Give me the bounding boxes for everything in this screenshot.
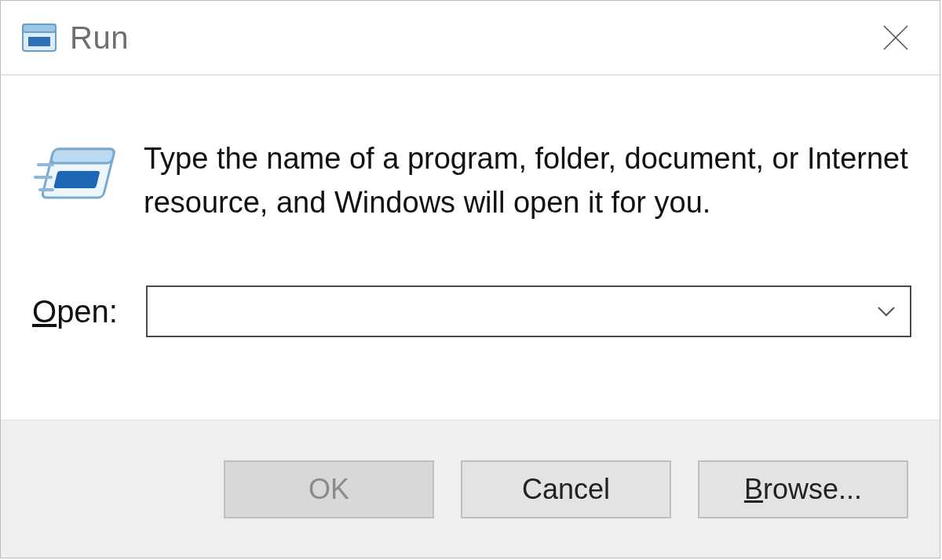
open-label: Open: <box>32 294 118 329</box>
run-dialog: Run <box>0 0 940 558</box>
ok-button-label: OK <box>309 473 349 506</box>
open-combobox[interactable] <box>146 285 911 337</box>
open-row: Open: <box>32 285 911 337</box>
title-bar: Run <box>1 1 940 75</box>
open-input[interactable] <box>148 287 863 336</box>
browse-button[interactable]: Browse... <box>698 460 908 518</box>
browse-button-label: Browse... <box>744 473 862 506</box>
description-text: Type the name of a program, folder, docu… <box>144 136 911 224</box>
open-label-accel: O <box>32 294 57 329</box>
cancel-button[interactable]: Cancel <box>461 460 671 518</box>
close-button[interactable] <box>872 14 919 61</box>
run-program-icon <box>32 141 117 212</box>
run-dialog-icon <box>21 20 57 56</box>
svg-rect-7 <box>53 171 100 188</box>
ok-button[interactable]: OK <box>224 460 434 518</box>
cancel-button-label: Cancel <box>522 473 610 506</box>
close-icon <box>879 21 912 54</box>
dialog-body: Type the name of a program, folder, docu… <box>1 75 940 384</box>
open-label-rest: pen: <box>57 294 118 329</box>
svg-rect-1 <box>23 24 56 32</box>
window-title: Run <box>70 20 129 56</box>
svg-rect-6 <box>50 149 115 163</box>
button-bar: OK Cancel Browse... <box>1 420 940 558</box>
description-row: Type the name of a program, folder, docu… <box>32 136 911 224</box>
chevron-down-icon <box>875 300 897 322</box>
open-dropdown-button[interactable] <box>863 287 910 336</box>
svg-rect-2 <box>28 37 50 46</box>
